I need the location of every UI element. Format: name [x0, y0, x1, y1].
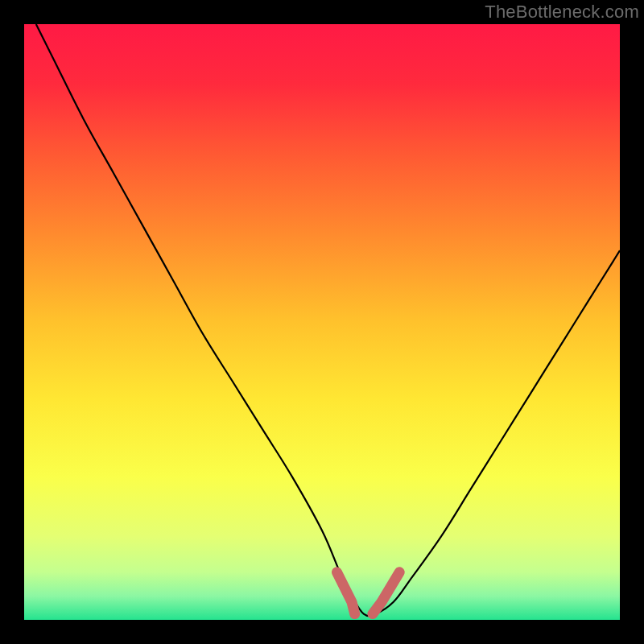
- bottleneck-plot-svg: [24, 24, 620, 620]
- watermark-text: TheBottleneck.com: [485, 2, 639, 23]
- chart-frame: TheBottleneck.com: [0, 0, 644, 644]
- plot-area: [24, 24, 620, 620]
